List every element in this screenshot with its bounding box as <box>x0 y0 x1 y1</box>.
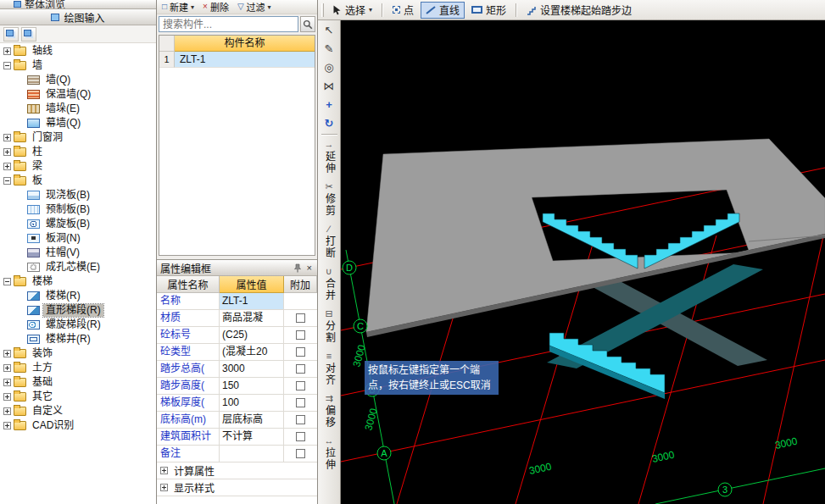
new-button[interactable]: □新建▾ <box>159 0 198 14</box>
tool-label: 偏移 <box>324 405 335 429</box>
point-tool-button[interactable]: 点 <box>387 2 419 19</box>
tree-item[interactable]: 楼梯井(R) <box>0 332 156 346</box>
tree-item[interactable]: 墙垛(E) <box>0 102 156 116</box>
tree-item[interactable]: 成孔芯模(E) <box>0 260 156 274</box>
break-tool-button[interactable]: ∕打断 <box>319 222 340 264</box>
tree-item[interactable]: 墙(Q) <box>0 73 156 87</box>
tree-item[interactable]: 柱帽(V) <box>0 246 156 260</box>
attach-checkbox[interactable] <box>296 432 305 441</box>
tree-item[interactable]: 板洞(N) <box>0 231 156 246</box>
filter-button[interactable]: ▽过滤▾ <box>234 0 275 14</box>
tree-expander-icon[interactable] <box>3 163 11 170</box>
curtain-wall-icon <box>27 119 40 128</box>
select-tool-button[interactable]: 选择 ▾ <box>327 2 377 19</box>
merge-tool-button[interactable]: ∪合并 <box>319 264 340 307</box>
property-value[interactable]: 100 <box>220 395 284 412</box>
tree-item[interactable]: 幕墙(Q) <box>0 116 156 130</box>
tree-item[interactable]: 楼梯(R) <box>0 289 156 303</box>
attach-checkbox[interactable] <box>296 364 305 374</box>
group-expander-icon[interactable] <box>160 467 168 474</box>
tree-expander-icon[interactable] <box>3 62 11 69</box>
property-value[interactable]: 商品混凝 <box>220 310 284 327</box>
tree-expander-icon[interactable] <box>3 134 11 141</box>
trim-tool-button[interactable]: ✂修剪 <box>319 180 340 222</box>
property-value[interactable] <box>220 446 284 462</box>
brush-icon[interactable]: ✎ <box>320 39 339 58</box>
close-icon[interactable]: × <box>305 263 314 273</box>
attach-checkbox[interactable] <box>296 330 305 340</box>
stretch-tool-button[interactable]: ↔拉伸 <box>319 434 340 476</box>
tree-expander-icon[interactable] <box>3 148 11 156</box>
tree-expander-icon[interactable] <box>3 350 11 357</box>
divide-tool-button[interactable]: ⊟分割 <box>319 307 340 349</box>
tree-expander-icon[interactable] <box>3 364 11 372</box>
tree-item[interactable]: 直形梯段(R) <box>0 303 156 318</box>
tree-expander-icon[interactable] <box>3 47 11 55</box>
3d-viewport[interactable]: D C B A 3 3000 3000 3000 3000 3000 按鼠标左键… <box>341 20 825 504</box>
tree-expander-icon[interactable] <box>3 379 11 386</box>
select-cursor-icon[interactable]: ↖ <box>320 20 339 39</box>
pin-icon[interactable] <box>293 263 302 273</box>
spiral-icon[interactable]: ◎ <box>320 58 339 76</box>
attach-checkbox[interactable] <box>296 415 305 424</box>
search-button[interactable] <box>300 16 315 32</box>
toolbar-grip[interactable] <box>321 3 324 17</box>
attach-checkbox[interactable] <box>296 398 305 407</box>
tree-expander-icon[interactable] <box>3 177 11 185</box>
tree-item[interactable]: 其它 <box>0 390 156 404</box>
align-tool-button[interactable]: ≡对齐 <box>319 349 340 391</box>
nav-top-partial-bar[interactable]: 整体浏览 <box>0 0 156 9</box>
mirror-icon[interactable]: ⋈ <box>320 76 339 95</box>
tree-item[interactable]: 门窗洞 <box>0 130 156 145</box>
tree-item[interactable]: 现浇板(B) <box>0 188 156 202</box>
attach-checkbox[interactable] <box>296 347 305 357</box>
property-group-row[interactable]: 显示样式 <box>157 479 317 496</box>
tree-item[interactable]: 楼梯 <box>0 274 156 289</box>
tree-item[interactable]: 柱 <box>0 145 156 159</box>
move-icon[interactable]: + <box>320 95 339 114</box>
tree-expander-icon[interactable] <box>3 422 11 429</box>
tab-drawing-input[interactable]: 绘图输入 <box>0 9 156 25</box>
tree-item[interactable]: 螺旋梯段(R) <box>0 318 156 332</box>
tree-item[interactable]: 基础 <box>0 375 156 390</box>
attach-checkbox[interactable] <box>296 449 305 458</box>
tree-item[interactable]: 梁 <box>0 159 156 174</box>
offset-tool-button[interactable]: ⇉偏移 <box>319 391 340 434</box>
tree-item[interactable]: 板 <box>0 174 156 188</box>
property-value[interactable]: 150 <box>220 378 284 395</box>
extend-tool-button[interactable]: →延伸 <box>319 137 340 180</box>
tree-item[interactable]: 自定义 <box>0 404 156 418</box>
property-value[interactable]: 层底标高 <box>220 412 284 429</box>
rotate-icon[interactable]: ↻ <box>320 114 339 132</box>
property-value[interactable]: (混凝土20 <box>220 344 284 361</box>
attach-checkbox[interactable] <box>296 381 305 390</box>
tree-item[interactable]: CAD识别 <box>0 418 156 433</box>
tree-item[interactable]: 预制板(B) <box>0 202 156 217</box>
tree-expander-icon[interactable] <box>3 393 11 401</box>
property-group-row[interactable]: 计算属性 <box>157 462 317 479</box>
tree-item[interactable]: 装饰 <box>0 346 156 361</box>
delete-button[interactable]: ×删除 <box>199 0 232 14</box>
search-input[interactable] <box>159 16 298 32</box>
component-row[interactable]: 1ZLT-1 <box>159 52 315 68</box>
layer-view-button[interactable] <box>3 27 19 42</box>
floor-slab[interactable] <box>366 139 825 332</box>
stair-start-edge-button[interactable]: 设置楼梯起始踏步边 <box>521 2 637 19</box>
property-value[interactable]: 不计算 <box>220 429 284 446</box>
line-tool-button[interactable]: 直线 <box>421 2 465 19</box>
property-value[interactable]: ZLT-1 <box>220 293 284 310</box>
tree-item[interactable]: 土方 <box>0 361 156 375</box>
layer-edit-button[interactable] <box>21 27 36 42</box>
rect-tool-button[interactable]: 矩形 <box>466 2 511 19</box>
tree-expander-icon[interactable] <box>3 278 11 285</box>
property-value[interactable]: (C25) <box>220 327 284 344</box>
tree-item[interactable]: 轴线 <box>0 44 156 58</box>
tree-item[interactable]: 保温墙(Q) <box>0 87 156 102</box>
attach-checkbox[interactable] <box>296 313 305 323</box>
tree-item[interactable]: 墙 <box>0 58 156 73</box>
property-value[interactable]: 3000 <box>220 361 284 378</box>
tree-item[interactable]: 螺旋板(B) <box>0 217 156 231</box>
tree-expander-icon[interactable] <box>3 407 11 415</box>
group-expander-icon[interactable] <box>160 484 168 491</box>
component-name[interactable]: ZLT-1 <box>175 52 315 68</box>
